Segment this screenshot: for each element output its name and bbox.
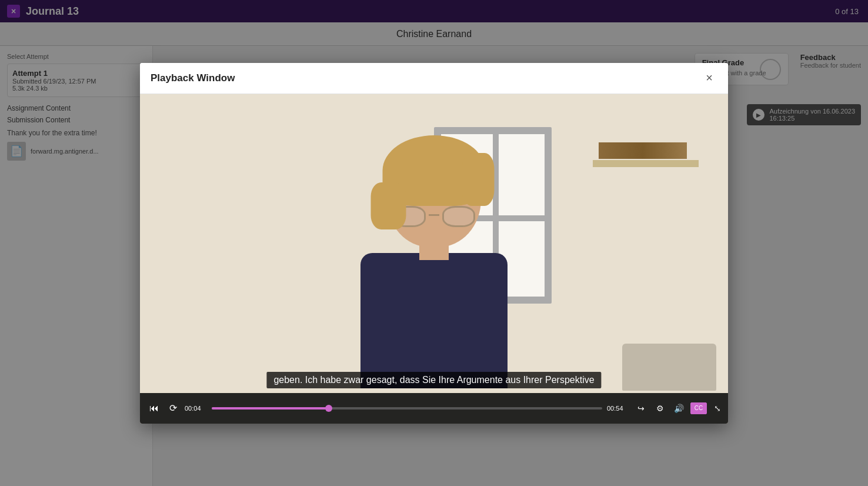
settings-button[interactable]: ⚙ <box>653 401 667 415</box>
person-body <box>360 253 508 388</box>
fullscreen-button[interactable]: ⤡ <box>714 404 721 413</box>
playback-modal: Playback Window × <box>140 63 728 424</box>
video-subtitle: geben. Ich habe zwar gesagt, dass Sie Ih… <box>266 372 601 388</box>
volume-button[interactable]: 🔊 <box>672 401 686 415</box>
person-hair-right <box>462 153 495 206</box>
forward-button[interactable]: ↪ <box>634 401 648 415</box>
glasses-bridge <box>429 214 439 216</box>
progress-bar-fill <box>212 407 329 410</box>
time-current: 00:04 <box>185 405 207 412</box>
person-hair <box>383 135 486 206</box>
play-button[interactable]: ⟳ <box>166 401 180 415</box>
progress-bar-thumb <box>325 405 332 412</box>
video-container: geben. Ich habe zwar gesagt, dass Sie Ih… <box>140 94 728 424</box>
glasses-right <box>442 206 475 227</box>
time-total: 00:54 <box>607 405 629 412</box>
modal-title: Playback Window <box>151 72 235 84</box>
person-neck <box>419 242 449 260</box>
cc-button[interactable]: CC <box>690 402 707 414</box>
video-controls: ⏮ ⟳ 00:04 00:54 ↪ ⚙ 🔊 CC ⤡ <box>140 393 728 424</box>
progress-bar[interactable] <box>212 407 602 410</box>
modal-overlay: Playback Window × <box>0 0 868 486</box>
room-sofa <box>622 344 716 391</box>
rewind-button[interactable]: ⏮ <box>147 401 161 415</box>
modal-header: Playback Window × <box>140 63 728 94</box>
room-shelf <box>593 160 699 167</box>
modal-close-button[interactable]: × <box>701 70 717 86</box>
person-silhouette <box>334 129 534 388</box>
